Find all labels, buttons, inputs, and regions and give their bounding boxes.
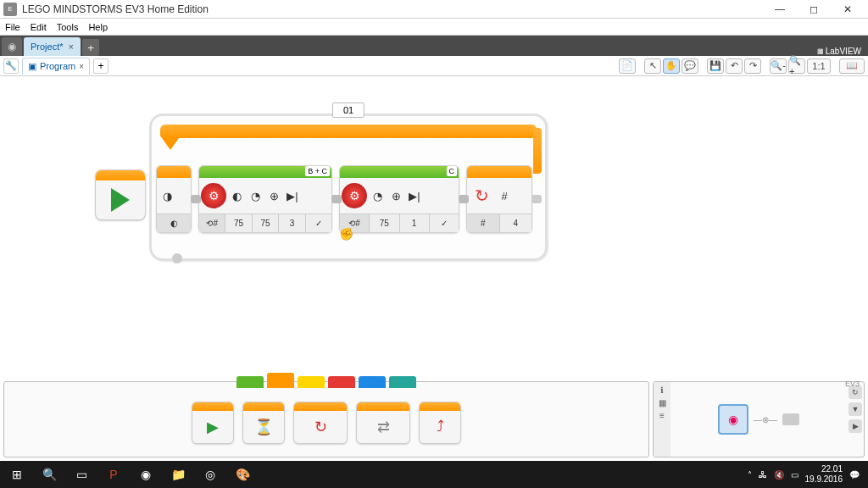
taskbar-clock[interactable]: 22.01 19.9.2016 <box>805 464 843 485</box>
maximize-button[interactable]: ◻ <box>797 0 831 19</box>
port-label[interactable]: C <box>447 166 458 176</box>
sequence-beam: ◑ ◐ B + C ⚙ ◐ ◔ ⊕ ▶| ⟲# 75 75 3 <box>156 165 539 233</box>
count-hash-icon: # <box>496 185 513 207</box>
loop-mode-selector[interactable]: # <box>467 214 500 232</box>
task-view-icon[interactable]: ▭ <box>66 462 97 487</box>
project-tab[interactable]: Project* × <box>24 37 81 56</box>
lobby-icon[interactable]: ◉ <box>2 37 22 56</box>
palette-tab-flow[interactable] <box>267 373 294 388</box>
rotations-dial-icon: ⊕ <box>265 185 282 207</box>
project-properties-icon[interactable]: 🔧 <box>3 58 19 74</box>
taskbar-powerpoint-icon[interactable]: P <box>98 462 129 487</box>
system-tray[interactable]: ˄ 🖧 🔇 ▭ 22.01 19.9.2016 💬 <box>741 464 867 485</box>
port-view-icon[interactable]: ▦ <box>659 398 666 408</box>
palette-tab-action[interactable] <box>236 376 264 388</box>
save-button[interactable]: 💾 <box>707 58 724 74</box>
taskbar-explorer-icon[interactable]: 📁 <box>163 462 193 487</box>
taskbar-ev3-icon[interactable]: ◎ <box>195 462 225 487</box>
palette-tab-sensor[interactable] <box>298 376 325 388</box>
program-canvas[interactable]: 01 ◑ ◐ B + C ⚙ ◐ ◔ ⊕ ▶| <box>0 76 868 378</box>
program-tab-close-icon[interactable]: × <box>79 62 84 71</box>
loop-start-plug[interactable]: ◑ ◐ <box>156 165 192 233</box>
loop-start-socket: ◐ <box>157 214 191 232</box>
taskbar-paint-icon[interactable]: 🎨 <box>227 462 258 487</box>
palette-wait-block[interactable]: ⏳ <box>242 402 285 444</box>
download-button[interactable]: ▼ <box>849 402 862 416</box>
play-icon[interactable] <box>96 180 145 219</box>
content-editor-icon[interactable]: 📖 <box>839 58 865 74</box>
brake-param[interactable]: ✓ <box>430 214 459 232</box>
tray-network-icon[interactable]: 🖧 <box>759 470 767 480</box>
brake-icon: ▶| <box>284 185 301 207</box>
loop-block[interactable]: 01 ◑ ◐ B + C ⚙ ◐ ◔ ⊕ ▶| <box>149 114 548 261</box>
palette-loop-interrupt-block[interactable]: ⤴ <box>419 402 461 444</box>
loop-input-icon: ◑ <box>159 185 175 207</box>
minimize-button[interactable]: — <box>763 0 797 19</box>
loop-index-label[interactable]: 01 <box>332 103 364 118</box>
add-program-button[interactable]: + <box>93 58 108 74</box>
zoom-in-button[interactable]: 🔍+ <box>788 58 805 74</box>
palette-start-block[interactable]: ▶ <box>192 402 234 444</box>
loop-return-arrow-icon <box>162 138 179 150</box>
taskbar-chrome-icon[interactable]: ◉ <box>131 462 161 487</box>
pan-tool[interactable]: ✋ <box>663 58 680 74</box>
redo-button[interactable]: ↷ <box>744 58 761 74</box>
palette-loop-block[interactable]: ↻ <box>293 402 348 444</box>
loop-top-bar <box>160 125 537 138</box>
palette-switch-block[interactable]: ⇄ <box>356 402 410 444</box>
rotations-param[interactable]: 1 <box>400 214 430 232</box>
brick-icon[interactable]: ◉ <box>718 404 748 435</box>
tray-notifications-icon[interactable]: 💬 <box>849 470 860 480</box>
tray-language-icon[interactable]: ▭ <box>791 470 798 480</box>
loop-end-block[interactable]: ↻ # # 4 <box>466 165 532 233</box>
menu-file[interactable]: File <box>5 22 20 32</box>
rotations-dial-icon: ⊕ <box>387 185 404 207</box>
comment-tool[interactable]: 💬 <box>682 58 698 74</box>
steering-param[interactable]: 75 <box>225 214 252 232</box>
window-title: LEGO MINDSTORMS EV3 Home Edition <box>22 3 763 15</box>
move-steering-block[interactable]: B + C ⚙ ◐ ◔ ⊕ ▶| ⟲# 75 75 3 ✓ <box>198 165 332 233</box>
power-param[interactable]: 75 <box>253 214 279 232</box>
palette-category-tabs <box>4 376 648 388</box>
taskbar-search-icon[interactable]: 🔍 <box>34 462 64 487</box>
loop-resize-handle[interactable] <box>172 253 182 263</box>
labview-brand: ▦LabVIEW <box>812 47 866 56</box>
medium-motor-block[interactable]: C ⚙ ◔ ⊕ ▶| ⟲# 75 1 ✓ <box>339 165 459 233</box>
brick-info-icon[interactable]: ℹ <box>660 385 664 395</box>
available-bricks-icon[interactable]: ≡ <box>659 411 665 420</box>
block-palette: ▶ ⏳ ↻ ⇄ ⤴ <box>3 381 649 458</box>
brake-param[interactable]: ✓ <box>306 214 331 232</box>
zoom-out-button[interactable]: 🔍- <box>770 58 787 74</box>
start-button[interactable]: ⊞ <box>2 462 32 487</box>
tray-volume-icon[interactable]: 🔇 <box>774 470 784 480</box>
palette-tab-myblocks[interactable] <box>389 376 416 388</box>
palette-tab-data[interactable] <box>328 376 355 388</box>
program-tab[interactable]: ▣ Program × <box>22 58 90 75</box>
loop-count-param[interactable]: 4 <box>500 214 532 232</box>
hardware-page: ℹ ▦ ≡ ◉ —⊗— ↻ ▼ ▶ EV3 <box>653 381 865 458</box>
project-tabbar: ◉ Project* × + ▦LabVIEW <box>0 36 868 56</box>
pointer-tool[interactable]: ↖ <box>644 58 661 74</box>
mode-selector[interactable]: ⟲# <box>340 214 370 232</box>
program-toolbar: 🔧 ▣ Program × + 📄 ↖ ✋ 💬 💾 ↶ ↷ 🔍- 🔍+ 1:1 … <box>0 56 868 76</box>
program-tab-label: Program <box>40 61 75 71</box>
mode-selector[interactable]: ⟲# <box>199 214 225 232</box>
document-icon[interactable]: 📄 <box>619 58 636 74</box>
power-param[interactable]: 75 <box>370 214 399 232</box>
sequence-exit-plug[interactable] <box>531 195 542 203</box>
port-label[interactable]: B + C <box>305 166 330 176</box>
start-block[interactable] <box>95 169 146 220</box>
menu-help[interactable]: Help <box>88 22 108 32</box>
project-tab-close-icon[interactable]: × <box>69 42 74 52</box>
run-button[interactable]: ▶ <box>849 419 862 433</box>
menu-tools[interactable]: Tools <box>57 22 79 32</box>
tray-chevron-icon[interactable]: ˄ <box>748 470 752 480</box>
ev3-label: EV3 <box>845 380 860 388</box>
zoom-fit-button[interactable]: 1:1 <box>807 58 831 74</box>
undo-button[interactable]: ↶ <box>726 58 743 74</box>
palette-tab-advanced[interactable] <box>359 376 386 388</box>
close-button[interactable]: ✕ <box>831 0 865 19</box>
rotations-param[interactable]: 3 <box>279 214 305 232</box>
add-project-button[interactable]: + <box>82 39 99 56</box>
menu-edit[interactable]: Edit <box>31 22 47 32</box>
